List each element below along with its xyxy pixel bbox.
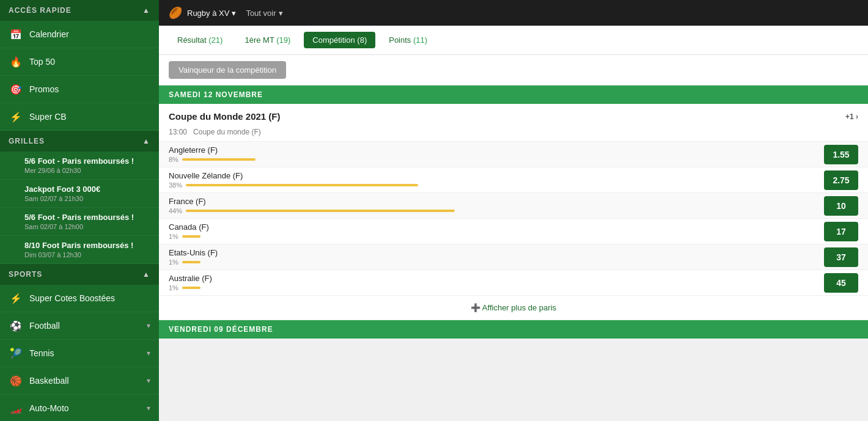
grilles-header: GRILLES ▲ bbox=[0, 131, 159, 152]
vainqueur-button[interactable]: Vainqueur de la compétition bbox=[169, 61, 286, 79]
super-cb-icon: ⚡ bbox=[9, 109, 23, 124]
basketball-chevron: ▾ bbox=[147, 376, 150, 385]
top50-label: Top 50 bbox=[29, 57, 55, 67]
sidebar-item-super-cb[interactable]: ⚡ Super CB bbox=[0, 103, 159, 131]
odds-btn-5[interactable]: 45 bbox=[824, 273, 858, 293]
super-cb-label: Super CB bbox=[29, 112, 67, 122]
promos-icon: 🎯 bbox=[9, 82, 23, 97]
sports-header: SPORTS ▲ bbox=[0, 264, 159, 285]
match-competition: Coupe du monde (F) bbox=[193, 128, 261, 136]
filter-points[interactable]: Points (11) bbox=[380, 32, 436, 48]
tout-voir-arrow: ▾ bbox=[279, 9, 283, 18]
sidebar-item-top50[interactable]: 🔥 Top 50 bbox=[0, 48, 159, 76]
team-row-5: Australie (F)1%45 bbox=[159, 269, 868, 295]
odds-btn-2[interactable]: 10 bbox=[824, 196, 858, 216]
team-name-4: Etats-Unis (F) bbox=[169, 247, 817, 258]
acces-rapide-label: ACCÈS RAPIDE bbox=[9, 6, 72, 15]
sidebar: ACCÈS RAPIDE ▲ 📅 Calendrier 🔥 Top 50 🎯 P… bbox=[0, 0, 159, 421]
bar-wrap-3: 1% bbox=[169, 233, 817, 240]
sport-dropdown-button[interactable]: Rugby à XV ▾ bbox=[187, 9, 236, 18]
progress-bar-2 bbox=[186, 210, 455, 212]
filter-points-label: Points (11) bbox=[389, 35, 427, 45]
auto-moto-icon: 🏎️ bbox=[9, 401, 23, 416]
top-header: 🏉 Rugby à XV ▾ Tout voir ▾ bbox=[159, 0, 868, 26]
team-name-0: Angleterre (F) bbox=[169, 144, 817, 156]
grille-title-2: Jackpot Foot 3 000€ bbox=[24, 185, 150, 194]
bottom-date-label: VENDREDI 09 DÉCEMBRE bbox=[169, 325, 273, 334]
filter-1ere-mt-label: 1ère MT (19) bbox=[245, 35, 290, 45]
match-section: Coupe du Monde 2021 (F) +1 › 13:00 Coupe… bbox=[159, 104, 868, 320]
odds-btn-3[interactable]: 17 bbox=[824, 222, 858, 241]
super-cotes-icon: ⚡ bbox=[9, 291, 23, 306]
plus-icon: ➕ bbox=[471, 303, 480, 312]
sidebar-item-tennis[interactable]: 🎾 Tennis ▾ bbox=[0, 340, 159, 367]
sidebar-item-basketball[interactable]: 🏀 Basketball ▾ bbox=[0, 367, 159, 395]
grille-foot3[interactable]: 5/6 Foot - Paris remboursés ! Sam 02/07 … bbox=[0, 208, 159, 236]
content-area: Vainqueur de la compétition SAMEDI 12 NO… bbox=[159, 55, 868, 421]
match-title-bar: Coupe du Monde 2021 (F) +1 › bbox=[159, 104, 868, 125]
vainqueur-bar: Vainqueur de la compétition bbox=[159, 55, 868, 86]
grille-sub-4: Dim 03/07 à 12h30 bbox=[24, 251, 150, 258]
sidebar-item-auto-moto[interactable]: 🏎️ Auto-Moto ▾ bbox=[0, 395, 159, 421]
team-name-1: Nouvelle Zélande (F) bbox=[169, 170, 817, 181]
filter-1ere-mt[interactable]: 1ère MT (19) bbox=[236, 32, 299, 48]
match-more-link[interactable]: +1 › bbox=[845, 112, 858, 121]
tennis-chevron: ▾ bbox=[147, 349, 150, 357]
pct-label-0: 8% bbox=[169, 156, 178, 163]
auto-moto-chevron: ▾ bbox=[147, 404, 150, 412]
match-time-value: 13:00 bbox=[169, 128, 187, 136]
sidebar-item-football[interactable]: ⚽ Football ▾ bbox=[0, 312, 159, 340]
afficher-plus-button[interactable]: ➕ Afficher plus de paris bbox=[159, 295, 868, 320]
odds-btn-0[interactable]: 1.55 bbox=[824, 145, 858, 164]
filter-competition[interactable]: Compétition (8) bbox=[304, 32, 375, 48]
grille-foot1[interactable]: 5/6 Foot - Paris remboursés ! Mer 29/06 … bbox=[0, 152, 159, 180]
grille-foot2[interactable]: Jackpot Foot 3 000€ Sam 02/07 à 21h30 bbox=[0, 180, 159, 208]
bar-wrap-4: 1% bbox=[169, 258, 817, 266]
filter-resultat[interactable]: Résultat (21) bbox=[169, 32, 231, 48]
pct-label-4: 1% bbox=[169, 258, 178, 266]
date-header-saturday: SAMEDI 12 NOVEMBRE bbox=[159, 86, 868, 104]
sidebar-item-super-cotes[interactable]: ⚡ Super Cotes Boostées bbox=[0, 285, 159, 312]
match-time: 13:00 Coupe du monde (F) bbox=[159, 125, 868, 141]
progress-bar-1 bbox=[186, 184, 418, 186]
rugby-icon: 🏉 bbox=[169, 6, 182, 20]
acces-rapide-header: ACCÈS RAPIDE ▲ bbox=[0, 0, 159, 21]
filter-resultat-label: Résultat (21) bbox=[177, 35, 223, 45]
grille-foot4[interactable]: 8/10 Foot Paris remboursés ! Dim 03/07 à… bbox=[0, 236, 159, 264]
grille-title-4: 8/10 Foot Paris remboursés ! bbox=[24, 241, 150, 250]
sports-chevron: ▲ bbox=[142, 270, 150, 279]
team-row-4: Etats-Unis (F)1%37 bbox=[159, 244, 868, 269]
tout-voir-button[interactable]: Tout voir ▾ bbox=[246, 9, 282, 18]
match-title: Coupe du Monde 2021 (F) bbox=[169, 111, 281, 122]
date-header-friday: VENDREDI 09 DÉCEMBRE bbox=[159, 320, 868, 339]
bar-wrap-0: 8% bbox=[169, 156, 817, 163]
grille-sub-2: Sam 02/07 à 21h30 bbox=[24, 195, 150, 202]
odds-btn-1[interactable]: 2.75 bbox=[824, 170, 858, 190]
sidebar-item-promos[interactable]: 🎯 Promos bbox=[0, 76, 159, 103]
progress-bar-5 bbox=[182, 287, 200, 289]
progress-bar-4 bbox=[182, 261, 200, 263]
grilles-label: GRILLES bbox=[9, 137, 45, 145]
sport-name: Rugby à XV bbox=[187, 9, 229, 18]
team-row-0: Angleterre (F)8%1.55 bbox=[159, 141, 868, 167]
grille-title-1: 5/6 Foot - Paris remboursés ! bbox=[24, 156, 150, 166]
pct-label-2: 44% bbox=[169, 207, 182, 214]
basketball-icon: 🏀 bbox=[9, 373, 23, 388]
team-name-5: Australie (F) bbox=[169, 273, 817, 284]
filter-bar: Résultat (21) 1ère MT (19) Compétition (… bbox=[159, 26, 868, 55]
sidebar-item-calendrier[interactable]: 📅 Calendrier bbox=[0, 21, 159, 48]
pct-label-5: 1% bbox=[169, 284, 178, 291]
grille-title-3: 5/6 Foot - Paris remboursés ! bbox=[24, 213, 150, 222]
sports-label: SPORTS bbox=[9, 270, 42, 279]
auto-moto-label: Auto-Moto bbox=[29, 403, 69, 413]
afficher-plus-label: Afficher plus de paris bbox=[482, 303, 556, 312]
acces-rapide-chevron: ▲ bbox=[142, 6, 150, 15]
team-name-3: Canada (F) bbox=[169, 221, 817, 233]
teams-container: Angleterre (F)8%1.55Nouvelle Zélande (F)… bbox=[159, 141, 868, 295]
team-row-3: Canada (F)1%17 bbox=[159, 218, 868, 244]
bar-wrap-1: 38% bbox=[169, 181, 817, 189]
progress-bar-0 bbox=[182, 158, 256, 161]
top50-icon: 🔥 bbox=[9, 54, 23, 69]
pct-label-3: 1% bbox=[169, 233, 178, 240]
odds-btn-4[interactable]: 37 bbox=[824, 247, 858, 267]
